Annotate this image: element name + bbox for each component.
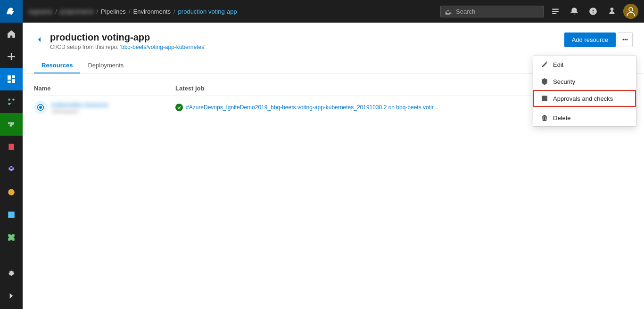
sidebar — [0, 0, 23, 309]
account-icon-btn[interactable] — [604, 4, 619, 19]
sidebar-item-repos[interactable] — [0, 90, 23, 113]
menu-item-approvals[interactable]: Approvals and checks — [533, 90, 636, 107]
add-resource-button[interactable]: Add resource — [564, 33, 616, 47]
edit-icon — [541, 61, 548, 68]
svg-rect-1 — [12, 75, 15, 78]
tab-resources[interactable]: Resources — [34, 58, 80, 73]
main-content: production voting-app CI/CD setup from t… — [23, 23, 644, 309]
sidebar-item-wiki[interactable] — [0, 203, 23, 226]
svg-point-6 — [8, 103, 10, 105]
svg-point-5 — [12, 98, 15, 101]
sidebar-item-overview[interactable] — [0, 181, 23, 203]
menu-divider — [533, 108, 636, 108]
svg-point-9 — [623, 39, 624, 41]
breadcrumb-pipelines[interactable]: Pipelines — [101, 8, 126, 15]
page-title-area: production voting-app CI/CD setup from t… — [34, 32, 205, 50]
page-subtitle: CI/CD setup from this repo: 'bbq-beets/v… — [50, 44, 205, 50]
delete-icon — [541, 114, 548, 122]
sidebar-item-add[interactable] — [0, 45, 23, 68]
menu-item-security[interactable]: Security — [533, 73, 636, 90]
topbar: orgname / projectname / Pipelines / Envi… — [23, 0, 644, 23]
avatar[interactable] — [623, 4, 638, 19]
resource-cell: kubernetes-resource namespace — [34, 101, 175, 114]
more-options-button[interactable] — [618, 32, 633, 47]
col-name: Name — [34, 85, 175, 92]
menu-approvals-label: Approvals and checks — [553, 95, 613, 102]
menu-delete-label: Delete — [553, 114, 571, 122]
breadcrumb-org[interactable]: orgname — [28, 8, 52, 15]
resource-name[interactable]: kubernetes-resource namespace — [52, 101, 108, 114]
security-icon — [541, 78, 548, 85]
header-actions: Add resource — [564, 32, 633, 47]
back-button[interactable] — [34, 34, 45, 45]
sidebar-item-collapse[interactable] — [0, 285, 23, 307]
resource-name-text: kubernetes-resource — [52, 101, 108, 108]
resource-icon — [34, 101, 47, 114]
sidebar-item-testplans[interactable] — [0, 136, 23, 158]
sidebar-item-extensions[interactable] — [0, 226, 23, 249]
context-menu: Edit Security Approvals and checks Delet… — [533, 56, 636, 127]
help-icon-btn[interactable] — [586, 4, 601, 19]
list-icon-btn[interactable] — [548, 4, 563, 19]
page-title-text: production voting-app CI/CD setup from t… — [50, 32, 205, 50]
menu-security-label: Security — [553, 78, 575, 85]
page-title: production voting-app — [50, 32, 205, 43]
svg-rect-2 — [12, 79, 15, 83]
menu-item-delete[interactable]: Delete — [533, 109, 636, 126]
svg-point-7 — [8, 189, 15, 195]
search-box[interactable]: Search — [440, 6, 544, 17]
notifications-icon-btn[interactable] — [567, 4, 582, 19]
sidebar-logo[interactable] — [0, 0, 23, 23]
menu-edit-label: Edit — [553, 61, 563, 68]
breadcrumb: orgname / projectname / Pipelines / Envi… — [28, 8, 440, 15]
svg-point-11 — [627, 39, 628, 41]
job-text[interactable]: #AzureDevops_IgniteDemo2019_bbq-beets.vo… — [186, 104, 438, 111]
sidebar-item-artifacts[interactable] — [0, 158, 23, 181]
svg-rect-3 — [8, 81, 11, 83]
search-icon — [446, 8, 452, 15]
tab-deployments[interactable]: Deployments — [80, 58, 131, 73]
approvals-icon — [541, 95, 548, 102]
menu-item-edit[interactable]: Edit — [533, 56, 636, 73]
breadcrumb-environments[interactable]: Environments — [133, 8, 171, 15]
svg-rect-0 — [8, 75, 11, 80]
topbar-right: Search — [440, 4, 638, 19]
svg-point-4 — [8, 98, 10, 101]
svg-point-10 — [625, 39, 626, 41]
page-header: production voting-app CI/CD setup from t… — [23, 23, 644, 50]
sidebar-item-settings[interactable] — [0, 262, 23, 285]
breadcrumb-project[interactable]: projectname — [60, 8, 94, 15]
breadcrumb-current: production voting-app — [178, 8, 237, 15]
sidebar-item-boards[interactable] — [0, 68, 23, 90]
sidebar-item-home[interactable] — [0, 23, 23, 45]
resource-name-sub: namespace — [52, 108, 108, 114]
subtitle-link[interactable]: 'bbq-beets/voting-app-kubernetes' — [120, 44, 206, 50]
search-placeholder: Search — [456, 8, 475, 15]
success-icon — [175, 104, 183, 111]
sidebar-item-pipelines[interactable] — [0, 113, 23, 136]
subtitle-text: CI/CD setup from this repo: — [50, 44, 120, 50]
